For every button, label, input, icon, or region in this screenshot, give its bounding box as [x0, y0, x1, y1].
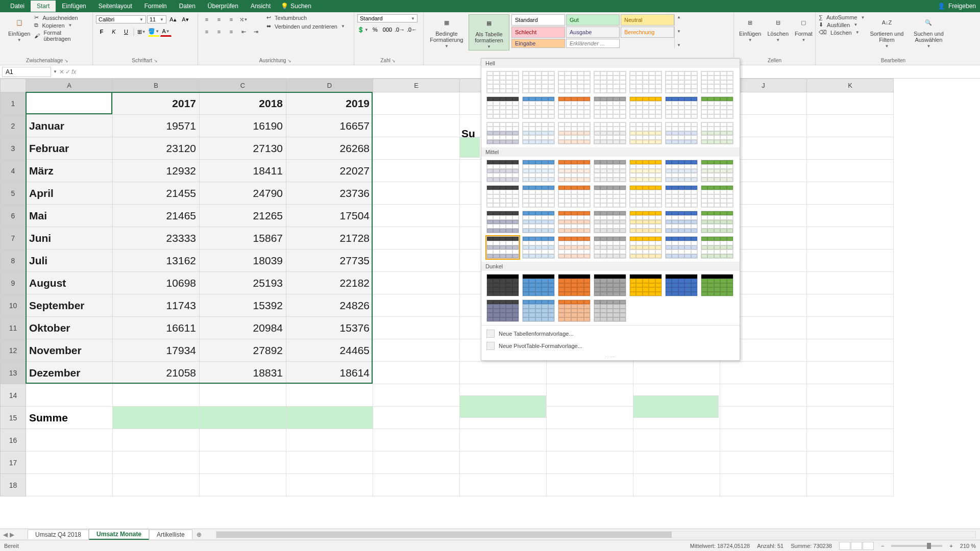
cell[interactable]: [200, 474, 286, 496]
table-style-thumb[interactable]: [486, 71, 519, 93]
cell[interactable]: 16190: [200, 115, 286, 137]
format-as-table-button[interactable]: ▦ Als Tabelle formatieren▼: [469, 14, 509, 51]
cell[interactable]: [373, 339, 460, 362]
cell[interactable]: 2017: [113, 92, 200, 115]
style-eingabe[interactable]: Eingabe: [511, 39, 565, 48]
percent-button[interactable]: %: [370, 24, 381, 35]
page-layout-view-button[interactable]: [851, 542, 862, 550]
cell[interactable]: [460, 429, 547, 452]
table-style-thumb[interactable]: [594, 122, 626, 144]
table-style-thumb[interactable]: [701, 211, 733, 233]
table-style-thumb[interactable]: [594, 236, 626, 259]
cell[interactable]: [113, 384, 200, 407]
table-style-thumb[interactable]: [665, 160, 698, 182]
cell[interactable]: Summe: [26, 407, 113, 429]
cell[interactable]: [807, 407, 894, 429]
col-header-E[interactable]: E: [373, 79, 460, 92]
table-style-thumb[interactable]: [522, 185, 555, 208]
align-left-button[interactable]: ≡: [201, 27, 212, 37]
table-style-thumb[interactable]: [629, 274, 662, 296]
cell[interactable]: 2019: [286, 92, 373, 115]
style-berechnung[interactable]: Berechnung: [621, 27, 674, 38]
cell[interactable]: Mai: [26, 205, 113, 227]
cell[interactable]: 24465: [286, 339, 373, 362]
cell[interactable]: 11743: [113, 294, 200, 317]
decrease-decimal-button[interactable]: .0←: [406, 24, 418, 35]
cell[interactable]: 23120: [113, 137, 200, 160]
cell[interactable]: 21265: [200, 205, 286, 227]
sort-filter-button[interactable]: A↓ZSortieren und Filtern▼: [867, 14, 906, 49]
cell[interactable]: 21058: [113, 362, 200, 384]
decrease-font-button[interactable]: A▾: [180, 14, 191, 24]
table-style-thumb[interactable]: [594, 274, 626, 296]
cell[interactable]: 27130: [200, 137, 286, 160]
table-style-thumb[interactable]: [665, 185, 698, 208]
table-style-thumb[interactable]: [629, 122, 662, 144]
cell[interactable]: [373, 160, 460, 182]
style-ausgabe[interactable]: Ausgabe: [566, 27, 620, 38]
cell[interactable]: [26, 474, 113, 496]
table-style-thumb[interactable]: [558, 96, 591, 119]
tell-me-search[interactable]: 💡 Suchen: [281, 3, 311, 10]
cell[interactable]: [373, 115, 460, 137]
align-middle-button[interactable]: ≡: [213, 14, 225, 24]
row-header-15[interactable]: 15: [1, 407, 26, 429]
table-style-thumb[interactable]: [558, 71, 591, 93]
thousands-button[interactable]: 000: [382, 24, 393, 35]
cell[interactable]: [807, 115, 894, 137]
cell[interactable]: Februar: [26, 137, 113, 160]
increase-font-button[interactable]: A▴: [167, 14, 179, 24]
cell[interactable]: [113, 474, 200, 496]
cell[interactable]: [807, 227, 894, 249]
menu-daten[interactable]: Daten: [173, 1, 202, 12]
table-style-thumb[interactable]: [486, 299, 519, 322]
zoom-slider[interactable]: [891, 545, 942, 547]
table-style-thumb[interactable]: [594, 299, 626, 322]
cell[interactable]: 15392: [200, 294, 286, 317]
cell[interactable]: [373, 272, 460, 294]
table-style-thumb[interactable]: [594, 185, 626, 208]
table-style-thumb[interactable]: [665, 236, 698, 259]
table-style-thumb[interactable]: [486, 274, 519, 296]
orientation-button[interactable]: ⤭▼: [238, 14, 249, 24]
cell[interactable]: 21465: [113, 205, 200, 227]
table-style-thumb[interactable]: [665, 274, 698, 296]
accept-formula-button[interactable]: ✓: [65, 68, 70, 76]
copy-button[interactable]: ⧉ Kopieren ▼: [34, 22, 89, 29]
cell[interactable]: [373, 452, 460, 474]
cell[interactable]: [720, 407, 807, 429]
cell[interactable]: 20984: [200, 317, 286, 339]
table-style-thumb[interactable]: [522, 160, 555, 182]
cell[interactable]: [633, 474, 720, 496]
cell[interactable]: [286, 384, 373, 407]
zoom-in-button[interactable]: +: [949, 543, 952, 549]
table-style-thumb[interactable]: [522, 71, 555, 93]
cell[interactable]: [460, 474, 547, 496]
fx-button[interactable]: fx: [71, 68, 76, 76]
cell[interactable]: 27892: [200, 339, 286, 362]
cell[interactable]: [286, 429, 373, 452]
cell[interactable]: [460, 362, 547, 384]
increase-decimal-button[interactable]: .0→: [394, 24, 405, 35]
cell[interactable]: [547, 384, 633, 407]
dialog-launcher-icon[interactable]: ↘: [286, 58, 293, 63]
paste-button[interactable]: 📋 Einfügen ▼: [6, 14, 32, 43]
cell[interactable]: 24826: [286, 294, 373, 317]
cell[interactable]: 26268: [286, 137, 373, 160]
cell[interactable]: 17934: [113, 339, 200, 362]
cancel-formula-button[interactable]: ✕: [59, 68, 64, 76]
new-table-style-button[interactable]: Neue Tabellenformatvorlage...: [481, 328, 740, 340]
cell[interactable]: [373, 429, 460, 452]
cell[interactable]: 22027: [286, 160, 373, 182]
row-header-4[interactable]: 4: [1, 160, 26, 182]
row-header-8[interactable]: 8: [1, 249, 26, 272]
table-style-thumb[interactable]: [594, 211, 626, 233]
cell[interactable]: 25193: [200, 272, 286, 294]
horizontal-scrollbar[interactable]: [216, 531, 976, 538]
table-style-thumb[interactable]: [701, 71, 733, 93]
sheet-nav[interactable]: ◀▶: [0, 531, 17, 538]
table-style-thumb[interactable]: [629, 71, 662, 93]
cell[interactable]: [807, 429, 894, 452]
share-button[interactable]: Freigeben: [948, 3, 976, 10]
table-style-thumb[interactable]: [522, 299, 555, 322]
